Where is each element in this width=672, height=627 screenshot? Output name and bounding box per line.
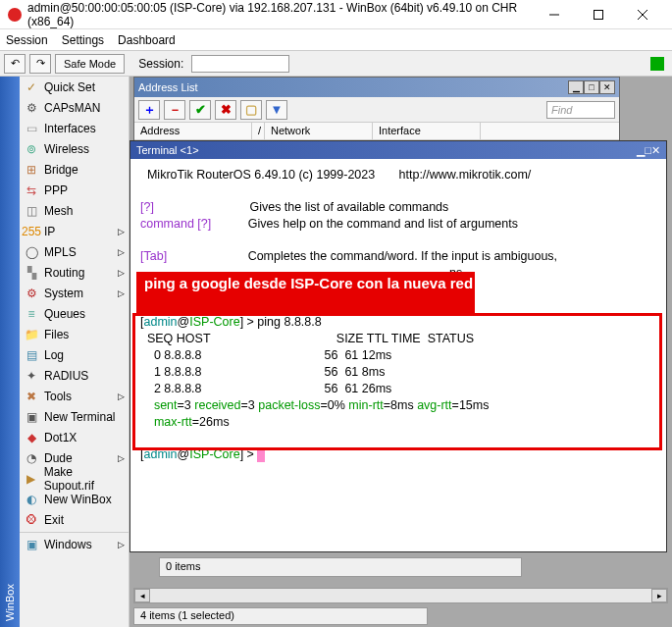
svg-rect-1 (594, 10, 602, 19)
minimize-button[interactable] (532, 0, 576, 29)
redo-button[interactable]: ↷ (29, 54, 51, 74)
sidebar-label: Dude (44, 451, 73, 465)
scroll-left-button[interactable]: ◂ (134, 589, 150, 602)
close-button[interactable] (620, 0, 664, 29)
ip-icon: 255 (24, 224, 39, 239)
menu-dashboard[interactable]: Dashboard (118, 33, 176, 47)
sidebar-item-make-supout[interactable]: ▶Make Supout.rif (20, 468, 129, 489)
cursor-icon (257, 448, 265, 462)
col-interface[interactable]: Interface (373, 123, 481, 139)
winbox-strip: WinBox (0, 77, 20, 627)
sidebar-item-wireless[interactable]: ⊚Wireless (20, 138, 129, 159)
make-supout-icon: ▶ (24, 471, 39, 487)
safe-mode-button[interactable]: Safe Mode (55, 54, 125, 74)
sidebar-label: CAPsMAN (44, 101, 100, 115)
sidebar-item-bridge[interactable]: ⊞Bridge (20, 159, 129, 180)
annotation-box: ping a google desde ISP-Core con la nuev… (136, 272, 475, 313)
session-input[interactable] (191, 55, 289, 73)
sidebar-item-system[interactable]: ⚙System▷ (20, 283, 129, 303)
address-columns: Address / Network Interface (134, 123, 619, 140)
sidebar-label: Files (44, 328, 69, 341)
add-button[interactable]: ＋ (138, 100, 160, 120)
bridge-icon: ⊞ (24, 162, 39, 178)
menu-session[interactable]: Session (6, 33, 48, 47)
col-address[interactable]: Address (134, 123, 252, 139)
menu-settings[interactable]: Settings (62, 33, 104, 47)
terminal-body[interactable]: MikroTik RouterOS 6.49.10 (c) 1999-2023 … (130, 159, 666, 471)
capsman-icon: ⚙ (24, 100, 39, 116)
system-icon: ⚙ (24, 286, 39, 301)
files-icon: 📁 (24, 327, 39, 342)
chevron-right-icon: ▷ (118, 247, 125, 257)
disable-button[interactable]: ✖ (215, 100, 236, 120)
sidebar-item-files[interactable]: 📁Files (20, 324, 129, 344)
comment-button[interactable]: ▢ (240, 100, 262, 120)
address-list-header[interactable]: Address List ▁ □ ✕ (134, 78, 619, 97)
sidebar-label: New Terminal (44, 410, 115, 424)
terminal-window[interactable]: Terminal <1> ▁ □ ✕ MikroTik RouterOS 6.4… (129, 140, 667, 552)
address-toolbar: ＋ － ✔ ✖ ▢ ▼ Find (134, 97, 619, 123)
sidebar-label: Exit (44, 513, 64, 527)
dude-icon: ◔ (24, 450, 39, 466)
window-title: admin@50:00:00:05:00:05 (ISP-Core) via 1… (27, 1, 532, 28)
term-minimize-button[interactable]: ▁ (637, 144, 645, 157)
routing-icon: ▚ (24, 265, 39, 281)
sidebar-label: MPLS (44, 245, 77, 259)
mesh-icon: ◫ (24, 203, 39, 219)
term-maximize-button[interactable]: □ (645, 144, 651, 157)
session-label: Session: (138, 57, 183, 71)
window-titlebar: admin@50:00:00:05:00:05 (ISP-Core) via 1… (0, 0, 672, 29)
new-terminal-icon: ▣ (24, 409, 39, 425)
sidebar-item-routing[interactable]: ▚Routing▷ (20, 262, 129, 283)
sidebar-item-mpls[interactable]: ◯MPLS▷ (20, 241, 129, 262)
chevron-right-icon: ▷ (118, 227, 125, 236)
terminal-title: Terminal <1> (136, 144, 199, 156)
sidebar-item-radius[interactable]: ✦RADIUS (20, 365, 129, 386)
sidebar-label: Wireless (44, 142, 89, 156)
sidebar-item-exit[interactable]: ⭙Exit (20, 509, 129, 530)
sidebar-item-dot1x[interactable]: ◆Dot1X (20, 427, 129, 447)
sidebar-item-windows[interactable]: ▣Windows▷ (20, 532, 129, 554)
sidebar-item-new-terminal[interactable]: ▣New Terminal (20, 406, 129, 427)
menu-bar: Session Settings Dashboard (0, 29, 672, 51)
sidebar-label: System (44, 287, 83, 300)
toolbar: ↶ ↷ Safe Mode Session: (0, 51, 672, 77)
sidebar-label: RADIUS (44, 369, 88, 383)
mpls-icon: ◯ (24, 244, 39, 260)
scroll-right-button[interactable]: ▸ (651, 589, 667, 602)
sidebar-item-interfaces[interactable]: ▭Interfaces (20, 118, 129, 138)
sidebar-item-queues[interactable]: ≡Queues (20, 303, 129, 324)
new-winbox-icon: ◐ (24, 492, 39, 507)
sidebar-item-log[interactable]: ▤Log (20, 344, 129, 365)
addr-minimize-button[interactable]: ▁ (568, 80, 584, 94)
sidebar-label: Routing (44, 266, 84, 280)
chevron-right-icon: ▷ (118, 268, 125, 278)
horizontal-scrollbar[interactable]: ◂ ▸ (133, 588, 668, 603)
sidebar-item-ppp[interactable]: ⇆PPP (20, 180, 129, 200)
remove-button[interactable]: － (164, 100, 185, 120)
sidebar-item-ip[interactable]: 255IP▷ (20, 221, 129, 241)
tools-icon: ✖ (24, 389, 39, 404)
sidebar-label: Tools (44, 390, 72, 403)
col-sort-indicator[interactable]: / (252, 123, 265, 139)
maximize-button[interactable] (576, 0, 620, 29)
chevron-right-icon: ▷ (118, 453, 125, 463)
undo-button[interactable]: ↶ (4, 54, 26, 74)
status-bar: 4 items (1 selected) (133, 607, 428, 625)
term-close-button[interactable]: ✕ (651, 144, 660, 157)
sidebar-item-quick-set[interactable]: ✓Quick Set (20, 77, 129, 97)
addr-close-button[interactable]: ✕ (599, 80, 615, 94)
find-input[interactable]: Find (546, 101, 615, 119)
sidebar-item-capsman[interactable]: ⚙CAPsMAN (20, 97, 129, 118)
enable-button[interactable]: ✔ (189, 100, 211, 120)
terminal-header[interactable]: Terminal <1> ▁ □ ✕ (130, 141, 666, 159)
sidebar-item-mesh[interactable]: ◫Mesh (20, 200, 129, 221)
sidebar-label: New WinBox (44, 493, 112, 506)
addr-maximize-button[interactable]: □ (584, 80, 599, 94)
col-network[interactable]: Network (265, 123, 373, 139)
sidebar-label: Queues (44, 307, 85, 321)
filter-button[interactable]: ▼ (266, 100, 287, 120)
sidebar-label: Quick Set (44, 80, 95, 94)
sidebar-item-tools[interactable]: ✖Tools▷ (20, 386, 129, 406)
sidebar-label: Mesh (44, 204, 73, 218)
